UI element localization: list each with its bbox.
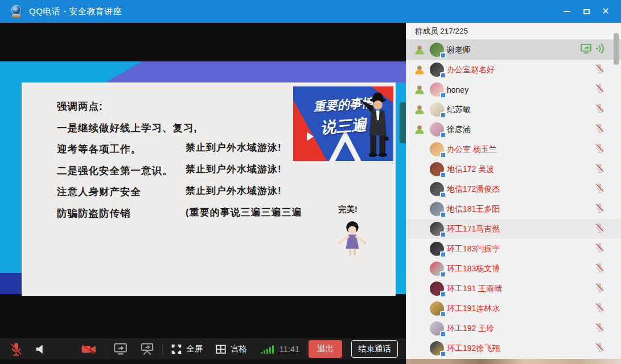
minimize-button[interactable] <box>557 3 577 19</box>
member-row[interactable]: 地信172潘俊杰 <box>406 179 621 199</box>
avatar <box>430 321 444 336</box>
member-row[interactable]: 环工171马吉然 <box>406 219 621 239</box>
end-call-button[interactable]: 结束通话 <box>351 340 398 358</box>
fullscreen-control[interactable]: 全屏 <box>171 344 203 355</box>
member-row[interactable]: 谢老师 <box>406 40 621 60</box>
member-status-icon <box>414 64 426 76</box>
member-status-icon <box>414 84 426 96</box>
member-name: honey <box>447 85 468 94</box>
sharing-icons <box>580 43 605 56</box>
speaking-icon <box>595 43 605 56</box>
device-badge <box>440 92 446 98</box>
device-badge <box>440 172 446 178</box>
member-row[interactable]: 地信172 吴波 <box>406 159 621 179</box>
slide-text-right: 禁止到户外水域游泳! 禁止到户外水域游泳! 禁止到户外水域游泳! (重要的事说三… <box>186 137 302 224</box>
device-badge <box>440 132 446 138</box>
member-name: 环工171马吉然 <box>447 224 500 234</box>
avatar <box>430 122 444 136</box>
device-badge <box>440 52 446 59</box>
member-name: 谢老师 <box>447 45 471 55</box>
member-name: 环工191连林水 <box>447 304 500 314</box>
screen-sharing-icon <box>580 43 592 56</box>
important-things-banner-image: 重要的事情 说三遍 <box>293 86 393 161</box>
member-row[interactable]: 环工183闫振宇 <box>406 239 621 259</box>
member-status-icon <box>414 104 426 115</box>
device-badge <box>440 311 446 317</box>
member-name: 环工183闫振宇 <box>447 244 500 254</box>
member-row[interactable]: 徐彦涵 <box>406 119 621 139</box>
member-name: 办公室 杨玉兰 <box>447 144 497 155</box>
titlebar: QQ电话 - 安全教育讲座 ✕ <box>0 0 621 23</box>
member-row[interactable]: honey <box>406 80 621 100</box>
member-status-icon <box>414 124 426 135</box>
member-row[interactable]: 环工192徐飞翔 <box>406 338 621 358</box>
device-badge <box>440 212 446 218</box>
device-badge <box>440 231 446 238</box>
mic-muted-icon[interactable] <box>9 342 23 357</box>
device-badge <box>440 271 446 278</box>
screen-share-icon[interactable] <box>113 342 128 355</box>
sidebar-scrollbar[interactable] <box>614 33 619 65</box>
member-row[interactable]: 环工191 王雨晴 <box>406 279 621 299</box>
member-row[interactable]: 办公室 杨玉兰 <box>406 139 621 159</box>
camera-off-icon[interactable] <box>81 343 97 355</box>
video-under-sliver <box>0 359 406 364</box>
maximize-button[interactable] <box>577 3 596 19</box>
avatar <box>430 182 444 196</box>
slide-text-left: 强调两点: 一是继续做好线上学习、复习, 迎考等各项工作。 二是强化安全第一意识… <box>57 96 197 224</box>
member-row[interactable]: 办公室赵名好 <box>406 60 621 80</box>
member-name: 环工192 王玲 <box>447 324 494 334</box>
member-row[interactable]: 环工183杨文博 <box>406 259 621 279</box>
device-badge <box>440 192 446 198</box>
call-duration: 11:41 <box>279 345 299 354</box>
qq-call-window: QQ电话 - 安全教育讲座 ✕ 强调两点: 一是继续做好线上学习、复习, 迎考等… <box>0 0 621 364</box>
avatar <box>430 142 444 156</box>
device-badge <box>440 291 446 297</box>
member-name: 徐彦涵 <box>447 125 471 135</box>
avatar <box>430 341 444 355</box>
mic-muted-icon <box>594 142 605 156</box>
member-name: 环工183杨文博 <box>447 264 500 274</box>
device-badge <box>440 72 446 78</box>
perfect-woman-illustration <box>336 219 369 266</box>
member-row[interactable]: 纪苏敏 <box>406 100 621 119</box>
mic-muted-icon <box>594 262 605 276</box>
member-row[interactable]: 地信181王多阳 <box>406 199 621 219</box>
member-list: 谢老师 <box>406 40 621 358</box>
mic-muted-icon <box>594 341 605 355</box>
mic-muted-icon <box>594 102 605 117</box>
device-badge <box>440 351 446 357</box>
members-sidebar: 群成员 217/225 谢老师 <box>406 23 621 364</box>
grid-icon <box>215 344 227 355</box>
member-row[interactable]: 环工191连林水 <box>406 299 621 318</box>
fullscreen-label: 全屏 <box>186 344 203 354</box>
play-arrow-icon <box>307 132 314 141</box>
speaker-icon[interactable] <box>34 343 47 355</box>
member-name: 办公室赵名好 <box>447 65 495 75</box>
perfect-caption: 完美! <box>338 204 357 215</box>
member-name: 纪苏敏 <box>447 105 471 115</box>
device-badge <box>440 331 446 337</box>
avatar <box>430 63 444 77</box>
avatar <box>430 202 444 216</box>
mic-muted-icon <box>594 162 605 176</box>
member-name: 环工192徐飞翔 <box>447 344 500 354</box>
avatar <box>430 282 444 296</box>
exit-button[interactable]: 退出 <box>309 340 342 358</box>
grid-view-control[interactable]: 宫格 <box>215 344 247 355</box>
close-button[interactable]: ✕ <box>596 3 615 19</box>
mic-muted-icon <box>594 222 605 236</box>
avatar <box>430 301 444 316</box>
projector-icon[interactable] <box>140 342 154 355</box>
device-badge <box>440 152 446 158</box>
mic-muted-icon <box>594 182 605 196</box>
webcam-icon <box>10 5 23 18</box>
mic-muted-icon <box>594 202 605 216</box>
mic-muted-icon <box>594 82 605 97</box>
mic-muted-icon <box>594 242 605 256</box>
video-edge-artifact <box>400 102 406 143</box>
avatar <box>430 262 444 276</box>
shared-screen-video: 强调两点: 一是继续做好线上学习、复习, 迎考等各项工作。 二是强化安全第一意识… <box>0 23 406 364</box>
member-row[interactable]: 环工192 王玲 <box>406 318 621 338</box>
device-badge <box>440 251 446 258</box>
